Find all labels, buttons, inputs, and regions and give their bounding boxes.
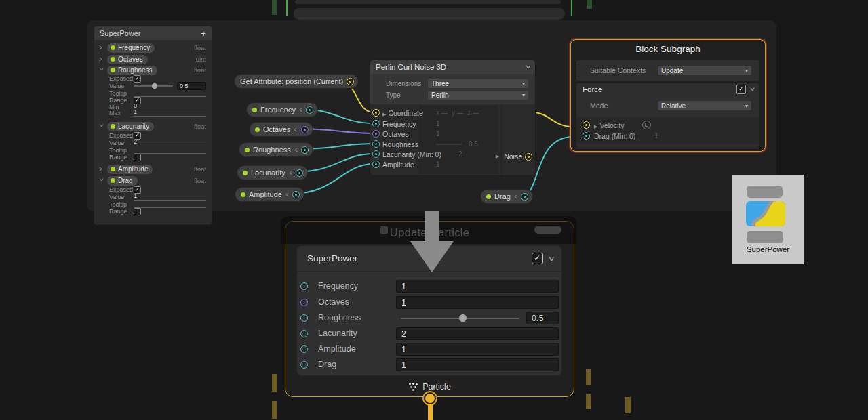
collapse-icon[interactable]: <: [294, 146, 297, 154]
superpower-asset-tile[interactable]: SuperPower: [732, 175, 804, 264]
block-subgraph-panel[interactable]: Block Subgraph Suitable Contexts Update …: [570, 39, 766, 152]
local-space-badge[interactable]: L: [642, 121, 651, 129]
output-port[interactable]: [521, 193, 528, 201]
expander-icon[interactable]: >: [98, 178, 106, 182]
input-port[interactable]: [300, 314, 308, 322]
output-port[interactable]: [296, 169, 303, 177]
property-row-drag[interactable]: > Drag float: [99, 175, 206, 186]
mode-dropdown[interactable]: Relative ▾: [658, 101, 751, 110]
property-pill-frequency[interactable]: Frequency: [107, 43, 155, 53]
expand-icon[interactable]: ▶: [382, 112, 386, 117]
param-node-frequency[interactable]: Frequency <: [246, 102, 318, 117]
suitable-contexts-dropdown[interactable]: Update ▾: [658, 66, 751, 75]
input-value: 2: [458, 150, 462, 158]
slider-handle[interactable]: [152, 83, 157, 89]
property-pill-roughness[interactable]: Roughness: [107, 66, 157, 75]
block-row-frequency: Frequency 1: [297, 280, 561, 293]
dimensions-dropdown[interactable]: Three ▾: [428, 79, 528, 88]
range-checkbox[interactable]: [134, 154, 141, 161]
collapse-icon[interactable]: <: [294, 125, 297, 133]
param-node-roughness[interactable]: Roughness <: [239, 142, 313, 157]
add-property-button[interactable]: +: [201, 28, 206, 39]
arrow-shaft: [425, 211, 439, 242]
param-node-drag[interactable]: Drag <: [480, 189, 533, 204]
get-attribute-node[interactable]: Get Attribute: position (Current): [234, 74, 359, 89]
drag-field[interactable]: 1: [396, 358, 559, 371]
output-port[interactable]: [301, 146, 309, 154]
output-port[interactable]: [306, 106, 313, 114]
collapse-icon[interactable]: <: [300, 106, 302, 114]
value-field[interactable]: 1: [134, 193, 206, 201]
expander-icon[interactable]: >: [98, 124, 106, 128]
type-dropdown[interactable]: Perlin ▾: [428, 91, 528, 100]
input-port[interactable]: [300, 282, 308, 290]
particle-flow-port[interactable]: [425, 394, 435, 403]
expander-icon[interactable]: >: [99, 56, 103, 64]
lacunarity-field[interactable]: 2: [396, 327, 559, 340]
param-node-octaves[interactable]: Octaves <: [249, 122, 313, 137]
max-field[interactable]: 1: [134, 109, 206, 117]
force-enabled-checkbox[interactable]: ✓: [736, 85, 746, 94]
input-port[interactable]: [372, 130, 380, 138]
property-row-lacunarity[interactable]: > Lacunarity float: [99, 121, 206, 131]
input-port[interactable]: [372, 120, 380, 127]
input-row-coordinate: ▶Coordinate xyz: [370, 108, 501, 118]
input-port[interactable]: [300, 299, 308, 306]
param-node-amplitude[interactable]: Amplitude <: [235, 187, 304, 202]
value-slider[interactable]: [134, 85, 173, 87]
input-port[interactable]: [300, 345, 308, 353]
drag-port[interactable]: [583, 132, 590, 140]
output-port[interactable]: [525, 153, 532, 161]
input-port[interactable]: [300, 330, 308, 337]
property-row-amplitude[interactable]: > Amplitude float: [99, 164, 206, 174]
chevron-down-icon[interactable]: ˅: [548, 255, 554, 263]
tooltip-field[interactable]: [134, 201, 206, 208]
value-field[interactable]: 2: [134, 139, 206, 146]
input-port[interactable]: [300, 361, 308, 369]
perlin-curl-noise-node[interactable]: Perlin Curl Noise 3D ˅ Dimensions Three …: [370, 59, 536, 176]
coordinate-axes: xyz: [436, 109, 483, 117]
property-row-frequency[interactable]: > Frequency float: [99, 43, 206, 53]
property-pill-octaves[interactable]: Octaves: [107, 55, 148, 64]
expander-icon[interactable]: >: [98, 68, 106, 72]
property-pill-lacunarity[interactable]: Lacunarity: [107, 122, 154, 131]
expander-icon[interactable]: >: [99, 165, 103, 173]
property-label: Frequency: [118, 44, 150, 51]
input-port[interactable]: [372, 150, 380, 158]
velocity-port[interactable]: [583, 121, 590, 129]
collapse-icon[interactable]: <: [514, 192, 517, 201]
input-port[interactable]: [372, 109, 380, 117]
collapse-icon[interactable]: <: [285, 190, 288, 198]
property-pill-drag[interactable]: Drag: [107, 176, 138, 186]
row-label: Roughness: [318, 313, 361, 322]
property-row-octaves[interactable]: > Octaves uint: [99, 54, 206, 64]
output-port[interactable]: [292, 191, 300, 198]
roughness-field[interactable]: 0.5: [526, 312, 559, 324]
output-port[interactable]: [301, 126, 309, 133]
exposed-checkbox[interactable]: ✓: [134, 75, 141, 83]
param-node-lacunarity[interactable]: Lacunarity <: [237, 165, 308, 180]
collapse-icon[interactable]: <: [289, 169, 292, 177]
property-row-roughness[interactable]: > Roughness float: [99, 65, 206, 75]
value-field[interactable]: 0.5: [177, 82, 206, 90]
chevron-down-icon[interactable]: ˅: [750, 86, 755, 93]
force-block[interactable]: Force ✓ ˅ Mode Relative ▾ ▶Velocity L: [576, 83, 760, 147]
property-type: float: [194, 165, 206, 173]
value-row: Value 2: [109, 139, 206, 146]
output-port[interactable]: [347, 78, 354, 85]
input-port[interactable]: [372, 140, 380, 148]
amplitude-field[interactable]: 1: [396, 343, 559, 356]
octaves-field[interactable]: 1: [396, 296, 559, 309]
range-row: Range: [109, 154, 206, 161]
input-label: Octaves: [382, 130, 409, 138]
tooltip-field[interactable]: [134, 89, 206, 97]
block-enabled-checkbox[interactable]: ✓: [532, 253, 543, 264]
range-checkbox[interactable]: [134, 208, 141, 215]
expander-icon[interactable]: >: [99, 44, 103, 52]
frequency-field[interactable]: 1: [396, 280, 559, 293]
roughness-slider-handle[interactable]: [459, 314, 467, 322]
input-port[interactable]: [372, 161, 380, 168]
property-pill-amplitude[interactable]: Amplitude: [107, 165, 153, 174]
chevron-down-icon[interactable]: ˅: [525, 64, 530, 70]
tooltip-field[interactable]: [134, 146, 206, 154]
